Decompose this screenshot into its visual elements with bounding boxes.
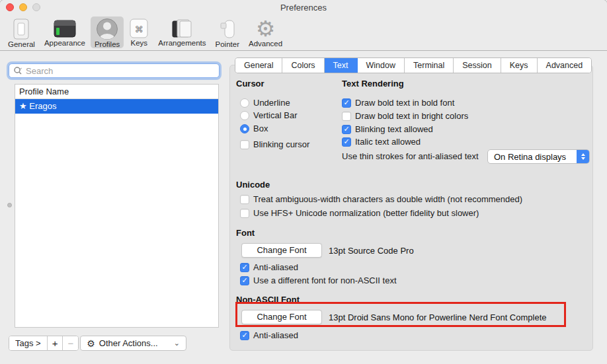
tab-colors[interactable]: Colors <box>282 58 324 73</box>
checkbox-italic-text[interactable]: Italic text allowed <box>342 137 421 147</box>
other-actions-button[interactable]: ⚙ Other Actions... ⌄ <box>80 336 186 351</box>
radio-label: Vertical Bar <box>253 110 297 120</box>
checkbox-bold-font[interactable]: Draw bold text in bold font <box>342 98 454 108</box>
checkbox-non-ascii-anti-aliased[interactable]: Anti-aliased <box>240 330 298 340</box>
profile-list: Profile Name ★ Eragos <box>15 84 219 328</box>
checkbox-label: Draw bold text in bold font <box>355 98 454 108</box>
cursor-section-title: Cursor <box>236 79 264 89</box>
text-rendering-section-title: Text Rendering <box>342 79 404 89</box>
checkbox-blinking-text[interactable]: Blinking text allowed <box>342 124 433 134</box>
profiles-person-icon <box>95 18 119 40</box>
checkbox-bright-colors[interactable]: Draw bold text in bright colors <box>342 111 468 121</box>
checkbox-icon-checked <box>240 276 249 285</box>
checkbox-icon-checked <box>342 98 351 108</box>
other-actions-label: Other Actions... <box>99 338 158 348</box>
search-field[interactable] <box>9 63 220 78</box>
preferences-window: Preferences General Appearance <box>0 0 607 364</box>
radio-label: Box <box>253 124 268 133</box>
checkbox-icon-checked <box>240 263 249 272</box>
checkbox-icon-checked <box>342 125 351 134</box>
dropdown-value: On Retina displays <box>488 152 577 162</box>
checkbox-anti-aliased[interactable]: Anti-aliased <box>240 262 298 272</box>
checkbox-icon-checked <box>342 137 351 147</box>
profile-list-header: Profile Name <box>15 85 218 99</box>
checkbox-label: Draw bold text in bright colors <box>355 111 468 121</box>
toolbar-item-general[interactable]: General <box>4 17 39 48</box>
tags-button[interactable]: Tags > <box>9 336 48 350</box>
tab-advanced[interactable]: Advanced <box>538 58 592 73</box>
checkbox-label: Anti-aliased <box>253 262 298 272</box>
toolbar-label: General <box>8 40 35 48</box>
tab-session[interactable]: Session <box>454 58 501 73</box>
tab-window[interactable]: Window <box>358 58 405 73</box>
radio-vertical-bar[interactable]: Vertical Bar <box>240 110 297 120</box>
toolbar: General Appearance Profiles <box>0 15 607 51</box>
toolbar-item-profiles[interactable]: Profiles <box>91 17 124 48</box>
checkbox-icon <box>240 209 249 218</box>
radio-icon <box>240 98 249 108</box>
checkbox-ambiguous-width[interactable]: Treat ambiguous-width characters as doub… <box>240 194 522 204</box>
change-font-button[interactable]: Change Font <box>241 243 322 258</box>
radio-label: Underline <box>253 98 290 108</box>
toolbar-label: Appearance <box>44 39 85 47</box>
profile-actions-bar: Tags > + − ⚙ Other Actions... ⌄ <box>9 336 186 351</box>
advanced-gear-icon: ⚙ <box>256 18 276 40</box>
profile-row-eragos[interactable]: ★ Eragos <box>15 99 218 114</box>
tab-bar: General Colors Text Window Terminal Sess… <box>235 58 591 73</box>
checkbox-icon <box>342 112 351 121</box>
toolbar-item-appearance[interactable]: Appearance <box>40 17 89 48</box>
keys-command-icon: ⌘ <box>129 18 149 39</box>
search-input[interactable] <box>26 66 215 76</box>
pointer-mouse-icon <box>218 18 237 40</box>
checkbox-label: Blinking cursor <box>253 139 309 149</box>
thin-strokes-dropdown[interactable]: On Retina displays <box>487 149 590 164</box>
pane-resize-handle[interactable] <box>7 203 12 207</box>
non-ascii-font-section-title: Non-ASCII Font <box>236 295 300 305</box>
checkbox-label: Blinking text allowed <box>355 124 433 134</box>
checkbox-icon <box>240 140 249 149</box>
toolbar-item-arrangements[interactable]: Arrangements <box>154 17 210 48</box>
non-ascii-font-value: 13pt Droid Sans Mono for Powerline Nerd … <box>329 312 547 322</box>
gear-icon: ⚙ <box>87 338 95 349</box>
remove-profile-button[interactable]: − <box>63 336 78 350</box>
change-non-ascii-font-button[interactable]: Change Font <box>241 310 322 324</box>
checkbox-label: Anti-aliased <box>253 330 298 340</box>
toolbar-label: Keys <box>131 39 148 47</box>
dropdown-stepper-icon <box>577 150 589 163</box>
search-icon <box>13 66 24 75</box>
toolbar-item-keys[interactable]: ⌘ Keys <box>125 17 153 48</box>
titlebar: Preferences <box>0 0 607 15</box>
checkbox-non-ascii-font-toggle[interactable]: Use a different font for non-ASCII text <box>240 275 397 285</box>
radio-underline[interactable]: Underline <box>240 98 290 108</box>
appearance-window-icon <box>53 18 77 39</box>
toolbar-label: Pointer <box>216 40 239 48</box>
checkbox-hfs-normalization[interactable]: Use HFS+ Unicode normalization (better f… <box>240 208 479 218</box>
checkbox-icon <box>240 195 249 204</box>
tab-terminal[interactable]: Terminal <box>405 58 454 73</box>
profile-name: Eragos <box>29 101 56 111</box>
checkbox-label: Treat ambiguous-width characters as doub… <box>253 194 522 204</box>
tab-general[interactable]: General <box>235 58 282 73</box>
add-profile-button[interactable]: + <box>48 336 63 350</box>
thin-strokes-label: Use thin strokes for anti-aliased text <box>342 151 479 161</box>
arrangements-windows-icon <box>170 18 194 39</box>
chevron-down-icon: ⌄ <box>174 339 180 347</box>
tab-keys[interactable]: Keys <box>501 58 538 73</box>
checkbox-blinking-cursor[interactable]: Blinking cursor <box>240 139 309 149</box>
tab-text[interactable]: Text <box>325 58 358 73</box>
general-switch-icon <box>11 18 31 40</box>
checkbox-icon-checked <box>240 331 249 340</box>
toolbar-item-advanced[interactable]: ⚙ Advanced <box>245 17 286 48</box>
radio-box[interactable]: Box <box>240 124 268 133</box>
unicode-section-title: Unicode <box>236 180 270 190</box>
toolbar-label: Advanced <box>249 40 282 48</box>
toolbar-item-pointer[interactable]: Pointer <box>212 17 243 48</box>
toolbar-label: Arrangements <box>158 39 206 47</box>
font-value: 13pt Source Code Pro <box>329 246 414 256</box>
font-section-title: Font <box>236 228 255 238</box>
window-title: Preferences <box>0 3 607 13</box>
checkbox-label: Use a different font for non-ASCII text <box>253 275 397 285</box>
svg-text:⌘: ⌘ <box>135 24 143 34</box>
radio-icon-selected <box>240 124 249 133</box>
checkbox-label: Use HFS+ Unicode normalization (better f… <box>253 208 479 218</box>
